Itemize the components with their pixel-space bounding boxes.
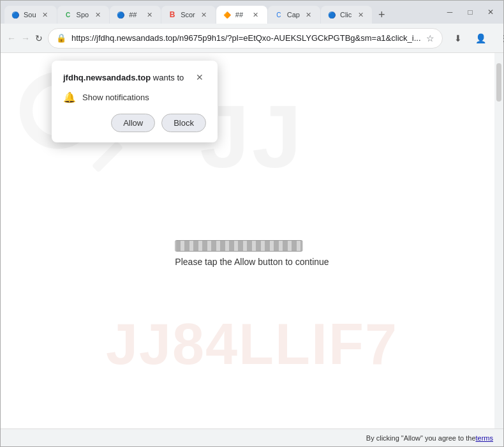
- popup-wants-to: wants to: [151, 73, 184, 82]
- tab-scor[interactable]: B Scor ✕: [161, 6, 216, 24]
- browser-frame: 🔵 Sou ✕ C Spo ✕ 🔵 ## ✕ B Scor ✕: [0, 0, 504, 447]
- tabs-container: 🔵 Sou ✕ C Spo ✕ 🔵 ## ✕ B Scor ✕: [4, 1, 434, 24]
- tab-close-2[interactable]: ✕: [93, 10, 103, 20]
- tab-close-3[interactable]: ✕: [144, 10, 154, 20]
- bottom-bar-text: By clicking "Allow" you agree to the: [366, 434, 476, 442]
- tab-title-7: Clic: [340, 11, 352, 19]
- title-bar: 🔵 Sou ✕ C Spo ✕ 🔵 ## ✕ B Scor ✕: [1, 1, 503, 24]
- tab-title-6: Cap: [287, 11, 300, 19]
- tab-close-5[interactable]: ✕: [251, 10, 261, 20]
- navigation-bar: ← → ↻ 🔒 https://jfdhq.newsandads.top/n96…: [1, 24, 503, 53]
- tab-favicon-7: 🔵: [327, 10, 336, 19]
- popup-close-button[interactable]: ✕: [193, 71, 206, 84]
- address-text: https://jfdhq.newsandads.top/n9675p9h1s/…: [71, 33, 421, 43]
- terms-link[interactable]: terms: [476, 434, 494, 442]
- tab-close-1[interactable]: ✕: [40, 10, 50, 20]
- tab-close-6[interactable]: ✕: [304, 10, 314, 20]
- popup-permission-label: Show notifications: [82, 93, 149, 102]
- bell-icon: 🔔: [63, 91, 76, 103]
- lock-icon: 🔒: [56, 33, 66, 43]
- profile-button[interactable]: 👤: [471, 28, 491, 49]
- tab-title-2: Spo: [77, 11, 89, 19]
- progress-container: Please tap the Allow button to continue: [175, 240, 329, 267]
- tab-title-4: Scor: [181, 11, 195, 19]
- tab-title-5: ##: [235, 11, 247, 19]
- minimize-button[interactable]: ─: [441, 3, 459, 21]
- menu-button[interactable]: ⋮: [494, 28, 504, 49]
- progress-bar: [175, 240, 302, 252]
- download-button[interactable]: ⬇: [448, 28, 468, 49]
- popup-permission-row: 🔔 Show notifications: [63, 91, 206, 103]
- tab-clic[interactable]: 🔵 Clic ✕: [321, 6, 372, 24]
- scrollbar[interactable]: [494, 53, 503, 428]
- tab-sou[interactable]: 🔵 Sou ✕: [4, 6, 57, 24]
- bottom-bar: By clicking "Allow" you agree to the ter…: [1, 428, 503, 446]
- progress-bar-fill: [175, 241, 302, 251]
- notification-popup: jfdhq.newsandads.top wants to ✕ 🔔 Show n…: [52, 61, 218, 142]
- scrollbar-thumb[interactable]: [496, 63, 501, 102]
- tab-favicon-6: C: [274, 10, 283, 19]
- popup-site-name: jfdhq.newsandads.top: [63, 73, 151, 82]
- nav-right-icons: ⬇ 👤 ⋮: [448, 28, 504, 49]
- tab-spo[interactable]: C Spo ✕: [57, 6, 110, 24]
- popup-buttons: Allow Block: [63, 114, 206, 132]
- tab-hash1[interactable]: 🔵 ## ✕: [110, 6, 161, 24]
- tab-favicon-3: 🔵: [116, 10, 125, 19]
- popup-header: jfdhq.newsandads.top wants to ✕: [63, 71, 206, 84]
- popup-title: jfdhq.newsandads.top wants to: [63, 73, 184, 82]
- close-button[interactable]: ✕: [482, 3, 500, 21]
- new-tab-button[interactable]: +: [373, 6, 390, 24]
- tab-favicon-2: C: [64, 10, 73, 19]
- window-controls: ─ □ ✕: [441, 3, 500, 21]
- tab-hash2-active[interactable]: 🔶 ## ✕: [216, 6, 267, 24]
- back-button[interactable]: ←: [7, 28, 16, 49]
- reload-button[interactable]: ↻: [35, 28, 43, 49]
- address-bar[interactable]: 🔒 https://jfdhq.newsandads.top/n9675p9h1…: [48, 28, 443, 49]
- progress-text: Please tap the Allow button to continue: [175, 257, 329, 267]
- bookmark-icon[interactable]: ☆: [426, 33, 434, 43]
- block-button[interactable]: Block: [161, 114, 206, 132]
- tab-cap[interactable]: C Cap ✕: [268, 6, 320, 24]
- tab-title-3: ##: [129, 11, 140, 19]
- tab-favicon-1: 🔵: [11, 10, 20, 19]
- watermark-numbers-bottom: JJ84LLIF7: [1, 312, 503, 377]
- tab-favicon-5: 🔶: [223, 10, 232, 19]
- content-area: JJ JJ84LLIF7 Please tap the Allow button…: [1, 53, 503, 428]
- forward-button[interactable]: →: [21, 28, 30, 49]
- tab-close-4[interactable]: ✕: [199, 10, 209, 20]
- allow-button[interactable]: Allow: [111, 114, 155, 132]
- tab-close-7[interactable]: ✕: [355, 10, 366, 20]
- tab-title-1: Sou: [24, 11, 36, 19]
- maximize-button[interactable]: □: [461, 3, 479, 21]
- tab-favicon-4: B: [168, 10, 177, 19]
